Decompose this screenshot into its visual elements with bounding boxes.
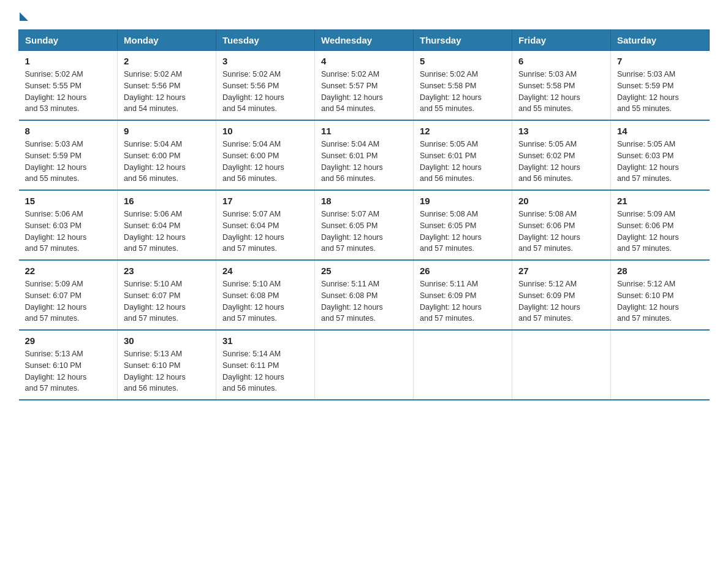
- calendar-cell: 4 Sunrise: 5:02 AM Sunset: 5:57 PM Dayli…: [315, 51, 414, 121]
- calendar-table: SundayMondayTuesdayWednesdayThursdayFrid…: [18, 29, 710, 400]
- day-number: 28: [617, 266, 703, 276]
- day-number: 29: [25, 335, 112, 346]
- day-info: Sunrise: 5:03 AM Sunset: 5:58 PM Dayligh…: [518, 69, 604, 115]
- logo-arrow-icon: [20, 12, 28, 21]
- calendar-cell: 7 Sunrise: 5:03 AM Sunset: 5:59 PM Dayli…: [611, 51, 710, 121]
- day-info: Sunrise: 5:05 AM Sunset: 6:02 PM Dayligh…: [518, 139, 604, 185]
- week-row-1: 1 Sunrise: 5:02 AM Sunset: 5:55 PM Dayli…: [19, 51, 710, 121]
- calendar-cell: 10 Sunrise: 5:04 AM Sunset: 6:00 PM Dayl…: [216, 120, 315, 190]
- calendar-cell: 9 Sunrise: 5:04 AM Sunset: 6:00 PM Dayli…: [118, 120, 216, 190]
- calendar-cell: 21 Sunrise: 5:09 AM Sunset: 6:06 PM Dayl…: [611, 190, 710, 260]
- calendar-cell: [315, 330, 414, 400]
- calendar-cell: 11 Sunrise: 5:04 AM Sunset: 6:01 PM Dayl…: [315, 120, 414, 190]
- column-header-tuesday: Tuesday: [216, 30, 315, 51]
- day-info: Sunrise: 5:11 AM Sunset: 6:08 PM Dayligh…: [321, 278, 407, 324]
- day-info: Sunrise: 5:06 AM Sunset: 6:04 PM Dayligh…: [124, 209, 210, 255]
- calendar-cell: 2 Sunrise: 5:02 AM Sunset: 5:56 PM Dayli…: [118, 51, 216, 121]
- calendar-cell: 3 Sunrise: 5:02 AM Sunset: 5:56 PM Dayli…: [216, 51, 315, 121]
- calendar-cell: 29 Sunrise: 5:13 AM Sunset: 6:10 PM Dayl…: [19, 330, 118, 400]
- calendar-cell: 5 Sunrise: 5:02 AM Sunset: 5:58 PM Dayli…: [414, 51, 512, 121]
- calendar-header: SundayMondayTuesdayWednesdayThursdayFrid…: [19, 30, 710, 51]
- day-number: 24: [222, 266, 308, 276]
- column-header-monday: Monday: [118, 30, 216, 51]
- day-info: Sunrise: 5:12 AM Sunset: 6:10 PM Dayligh…: [617, 278, 703, 324]
- day-number: 22: [25, 266, 112, 276]
- week-row-5: 29 Sunrise: 5:13 AM Sunset: 6:10 PM Dayl…: [19, 330, 710, 400]
- day-number: 14: [617, 126, 703, 136]
- day-info: Sunrise: 5:14 AM Sunset: 6:11 PM Dayligh…: [222, 348, 308, 394]
- day-info: Sunrise: 5:03 AM Sunset: 5:59 PM Dayligh…: [617, 69, 703, 115]
- day-number: 31: [222, 335, 308, 346]
- day-number: 16: [124, 196, 210, 206]
- calendar-cell: 25 Sunrise: 5:11 AM Sunset: 6:08 PM Dayl…: [315, 260, 414, 330]
- day-number: 25: [321, 266, 407, 276]
- day-number: 20: [518, 196, 604, 206]
- day-number: 1: [25, 56, 112, 66]
- calendar-cell: [512, 330, 611, 400]
- day-number: 30: [124, 335, 210, 346]
- page-header: [18, 12, 710, 18]
- day-info: Sunrise: 5:04 AM Sunset: 6:00 PM Dayligh…: [222, 139, 308, 185]
- calendar-cell: 28 Sunrise: 5:12 AM Sunset: 6:10 PM Dayl…: [611, 260, 710, 330]
- day-info: Sunrise: 5:02 AM Sunset: 5:56 PM Dayligh…: [124, 69, 210, 115]
- column-header-thursday: Thursday: [414, 30, 512, 51]
- day-info: Sunrise: 5:11 AM Sunset: 6:09 PM Dayligh…: [420, 278, 506, 324]
- day-info: Sunrise: 5:07 AM Sunset: 6:05 PM Dayligh…: [321, 209, 407, 255]
- column-header-wednesday: Wednesday: [315, 30, 414, 51]
- day-number: 23: [124, 266, 210, 276]
- day-info: Sunrise: 5:05 AM Sunset: 6:03 PM Dayligh…: [617, 139, 703, 185]
- calendar-cell: 14 Sunrise: 5:05 AM Sunset: 6:03 PM Dayl…: [611, 120, 710, 190]
- day-number: 2: [124, 56, 210, 66]
- logo: [18, 12, 28, 18]
- day-number: 15: [25, 196, 112, 206]
- week-row-4: 22 Sunrise: 5:09 AM Sunset: 6:07 PM Dayl…: [19, 260, 710, 330]
- day-info: Sunrise: 5:02 AM Sunset: 5:58 PM Dayligh…: [420, 69, 506, 115]
- day-info: Sunrise: 5:07 AM Sunset: 6:04 PM Dayligh…: [222, 209, 308, 255]
- day-number: 9: [124, 126, 210, 136]
- day-number: 26: [420, 266, 506, 276]
- column-header-friday: Friday: [512, 30, 611, 51]
- day-number: 5: [420, 56, 506, 66]
- column-header-saturday: Saturday: [611, 30, 710, 51]
- day-info: Sunrise: 5:09 AM Sunset: 6:06 PM Dayligh…: [617, 209, 703, 255]
- calendar-cell: 22 Sunrise: 5:09 AM Sunset: 6:07 PM Dayl…: [19, 260, 118, 330]
- calendar-cell: 6 Sunrise: 5:03 AM Sunset: 5:58 PM Dayli…: [512, 51, 611, 121]
- day-number: 12: [420, 126, 506, 136]
- calendar-cell: 16 Sunrise: 5:06 AM Sunset: 6:04 PM Dayl…: [118, 190, 216, 260]
- calendar-cell: 30 Sunrise: 5:13 AM Sunset: 6:10 PM Dayl…: [118, 330, 216, 400]
- calendar-cell: 27 Sunrise: 5:12 AM Sunset: 6:09 PM Dayl…: [512, 260, 611, 330]
- calendar-cell: 18 Sunrise: 5:07 AM Sunset: 6:05 PM Dayl…: [315, 190, 414, 260]
- day-number: 13: [518, 126, 604, 136]
- day-info: Sunrise: 5:06 AM Sunset: 6:03 PM Dayligh…: [25, 209, 112, 255]
- day-info: Sunrise: 5:13 AM Sunset: 6:10 PM Dayligh…: [25, 348, 112, 394]
- calendar-cell: 20 Sunrise: 5:08 AM Sunset: 6:06 PM Dayl…: [512, 190, 611, 260]
- day-info: Sunrise: 5:05 AM Sunset: 6:01 PM Dayligh…: [420, 139, 506, 185]
- day-info: Sunrise: 5:13 AM Sunset: 6:10 PM Dayligh…: [124, 348, 210, 394]
- calendar-cell: 23 Sunrise: 5:10 AM Sunset: 6:07 PM Dayl…: [118, 260, 216, 330]
- day-number: 10: [222, 126, 308, 136]
- day-number: 7: [617, 56, 703, 66]
- day-number: 21: [617, 196, 703, 206]
- day-info: Sunrise: 5:10 AM Sunset: 6:07 PM Dayligh…: [124, 278, 210, 324]
- day-number: 19: [420, 196, 506, 206]
- calendar-cell: 13 Sunrise: 5:05 AM Sunset: 6:02 PM Dayl…: [512, 120, 611, 190]
- day-info: Sunrise: 5:09 AM Sunset: 6:07 PM Dayligh…: [25, 278, 112, 324]
- logo-block: [18, 12, 28, 18]
- day-number: 4: [321, 56, 407, 66]
- day-info: Sunrise: 5:03 AM Sunset: 5:59 PM Dayligh…: [25, 139, 112, 185]
- day-info: Sunrise: 5:02 AM Sunset: 5:57 PM Dayligh…: [321, 69, 407, 115]
- calendar-cell: 12 Sunrise: 5:05 AM Sunset: 6:01 PM Dayl…: [414, 120, 512, 190]
- day-number: 18: [321, 196, 407, 206]
- calendar-cell: [611, 330, 710, 400]
- logo-line1: [18, 12, 28, 18]
- calendar-cell: 17 Sunrise: 5:07 AM Sunset: 6:04 PM Dayl…: [216, 190, 315, 260]
- calendar-cell: [414, 330, 512, 400]
- day-info: Sunrise: 5:02 AM Sunset: 5:55 PM Dayligh…: [25, 69, 112, 115]
- day-number: 3: [222, 56, 308, 66]
- calendar-body: 1 Sunrise: 5:02 AM Sunset: 5:55 PM Dayli…: [19, 51, 710, 400]
- day-info: Sunrise: 5:08 AM Sunset: 6:06 PM Dayligh…: [518, 209, 604, 255]
- day-info: Sunrise: 5:04 AM Sunset: 6:01 PM Dayligh…: [321, 139, 407, 185]
- day-info: Sunrise: 5:04 AM Sunset: 6:00 PM Dayligh…: [124, 139, 210, 185]
- week-row-3: 15 Sunrise: 5:06 AM Sunset: 6:03 PM Dayl…: [19, 190, 710, 260]
- day-number: 8: [25, 126, 112, 136]
